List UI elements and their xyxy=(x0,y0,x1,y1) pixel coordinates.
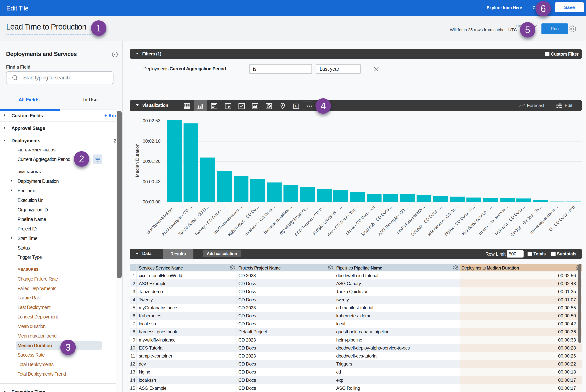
svg-text:6: 6 xyxy=(295,104,297,108)
